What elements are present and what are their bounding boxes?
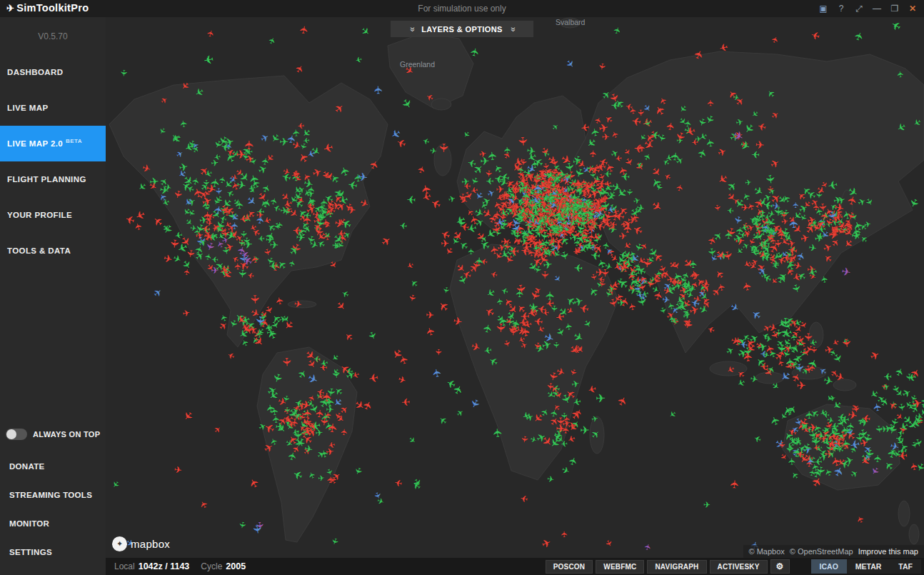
aircraft-icon[interactable]: ✈ — [825, 219, 833, 228]
aircraft-icon[interactable]: ✈ — [512, 231, 521, 239]
aircraft-icon[interactable]: ✈ — [502, 339, 512, 349]
aircraft-icon[interactable]: ✈ — [576, 186, 585, 198]
aircraft-icon[interactable]: ✈ — [523, 319, 533, 330]
aircraft-icon[interactable]: ✈ — [563, 416, 571, 423]
aircraft-icon[interactable]: ✈ — [572, 200, 583, 209]
aircraft-icon[interactable]: ✈ — [826, 443, 838, 455]
aircraft-icon[interactable]: ✈ — [809, 346, 818, 354]
aircraft-icon[interactable]: ✈ — [302, 349, 317, 364]
aircraft-icon[interactable]: ✈ — [818, 181, 828, 191]
aircraft-icon[interactable]: ✈ — [541, 211, 551, 220]
aircraft-icon[interactable]: ✈ — [238, 320, 253, 336]
aircraft-icon[interactable]: ✈ — [557, 211, 568, 220]
aircraft-icon[interactable]: ✈ — [858, 415, 870, 428]
aircraft-icon[interactable]: ✈ — [793, 417, 805, 428]
aircraft-icon[interactable]: ✈ — [602, 195, 609, 203]
aircraft-icon[interactable]: ✈ — [743, 341, 758, 355]
aircraft-icon[interactable]: ✈ — [566, 212, 578, 226]
aircraft-icon[interactable]: ✈ — [813, 443, 824, 454]
aircraft-icon[interactable]: ✈ — [810, 436, 821, 446]
aircraft-icon[interactable]: ✈ — [909, 461, 920, 471]
aircraft-icon[interactable]: ✈ — [217, 176, 227, 185]
aircraft-icon[interactable]: ✈ — [664, 283, 677, 297]
aircraft-icon[interactable]: ✈ — [552, 225, 566, 240]
aircraft-icon[interactable]: ✈ — [566, 218, 577, 229]
aircraft-icon[interactable]: ✈ — [481, 323, 494, 334]
aircraft-icon[interactable]: ✈ — [670, 317, 681, 326]
aircraft-icon[interactable]: ✈ — [631, 115, 642, 128]
aircraft-icon[interactable]: ✈ — [313, 210, 327, 224]
aircraft-icon[interactable]: ✈ — [262, 215, 272, 226]
aircraft-icon[interactable]: ✈ — [290, 169, 299, 177]
aircraft-icon[interactable]: ✈ — [591, 242, 606, 256]
aircraft-icon[interactable]: ✈ — [822, 251, 834, 264]
aircraft-icon[interactable]: ✈ — [529, 159, 540, 169]
aircraft-icon[interactable]: ✈ — [525, 304, 538, 319]
aircraft-icon[interactable]: ✈ — [546, 191, 561, 206]
aircraft-icon[interactable]: ✈ — [456, 408, 466, 419]
aircraft-icon[interactable]: ✈ — [909, 440, 918, 449]
aircraft-icon[interactable]: ✈ — [511, 227, 520, 238]
aircraft-icon[interactable]: ✈ — [531, 199, 542, 211]
aircraft-icon[interactable]: ✈ — [517, 166, 526, 174]
aircraft-icon[interactable]: ✈ — [548, 186, 560, 198]
aircraft-icon[interactable]: ✈ — [309, 419, 322, 433]
aircraft-icon[interactable]: ✈ — [518, 315, 529, 328]
aircraft-icon[interactable]: ✈ — [540, 537, 553, 551]
aircraft-icon[interactable]: ✈ — [571, 211, 582, 224]
aircraft-icon[interactable]: ✈ — [618, 249, 628, 260]
tab-metar[interactable]: METAR — [847, 559, 890, 574]
aircraft-icon[interactable]: ✈ — [215, 239, 226, 249]
aircraft-icon[interactable]: ✈ — [352, 465, 363, 476]
aircraft-icon[interactable]: ✈ — [311, 209, 321, 221]
aircraft-icon[interactable]: ✈ — [763, 223, 773, 233]
aircraft-icon[interactable]: ✈ — [581, 179, 590, 188]
aircraft-icon[interactable]: ✈ — [522, 199, 534, 211]
aircraft-icon[interactable]: ✈ — [312, 354, 321, 364]
aircraft-icon[interactable]: ✈ — [715, 282, 726, 292]
aircraft-icon[interactable]: ✈ — [830, 351, 845, 365]
aircraft-icon[interactable]: ✈ — [538, 205, 549, 214]
aircraft-icon[interactable]: ✈ — [331, 395, 345, 409]
aircraft-icon[interactable]: ✈ — [201, 200, 212, 210]
aircraft-icon[interactable]: ✈ — [594, 209, 610, 224]
aircraft-icon[interactable]: ✈ — [218, 203, 231, 216]
aircraft-icon[interactable]: ✈ — [798, 348, 809, 359]
aircraft-icon[interactable]: ✈ — [531, 174, 541, 185]
aircraft-icon[interactable]: ✈ — [488, 245, 501, 256]
aircraft-icon[interactable]: ✈ — [633, 264, 646, 276]
aircraft-icon[interactable]: ✈ — [651, 249, 666, 264]
aircraft-icon[interactable]: ✈ — [551, 166, 561, 176]
aircraft-icon[interactable]: ✈ — [692, 49, 706, 61]
aircraft-icon[interactable]: ✈ — [529, 236, 543, 251]
aircraft-icon[interactable]: ✈ — [617, 264, 628, 276]
aircraft-icon[interactable]: ✈ — [517, 174, 529, 187]
aircraft-icon[interactable]: ✈ — [573, 198, 583, 206]
aircraft-icon[interactable]: ✈ — [557, 183, 568, 194]
aircraft-icon[interactable]: ✈ — [526, 187, 537, 197]
aircraft-icon[interactable]: ✈ — [241, 253, 255, 268]
aircraft-icon[interactable]: ✈ — [591, 221, 599, 228]
attribution-mapbox-link[interactable]: © Mapbox — [749, 547, 785, 556]
aircraft-icon[interactable]: ✈ — [555, 207, 566, 219]
aircraft-icon[interactable]: ✈ — [548, 189, 562, 201]
aircraft-icon[interactable]: ✈ — [498, 246, 513, 261]
aircraft-icon[interactable]: ✈ — [670, 271, 685, 284]
aircraft-icon[interactable]: ✈ — [766, 251, 777, 261]
aircraft-icon[interactable]: ✈ — [297, 120, 305, 129]
aircraft-icon[interactable]: ✈ — [845, 210, 857, 221]
aircraft-icon[interactable]: ✈ — [780, 348, 793, 359]
aircraft-icon[interactable]: ✈ — [776, 344, 788, 354]
aircraft-icon[interactable]: ✈ — [587, 198, 599, 209]
aircraft-icon[interactable]: ✈ — [220, 140, 232, 154]
aircraft-icon[interactable]: ✈ — [233, 233, 244, 244]
aircraft-icon[interactable]: ✈ — [226, 210, 238, 221]
aircraft-icon[interactable]: ✈ — [893, 366, 906, 379]
aircraft-icon[interactable]: ✈ — [732, 336, 744, 346]
aircraft-icon[interactable]: ✈ — [567, 191, 580, 204]
aircraft-icon[interactable]: ✈ — [617, 275, 633, 291]
aircraft-icon[interactable]: ✈ — [895, 436, 906, 448]
aircraft-icon[interactable]: ✈ — [625, 189, 633, 196]
aircraft-icon[interactable]: ✈ — [411, 479, 424, 492]
aircraft-icon[interactable]: ✈ — [690, 280, 700, 290]
